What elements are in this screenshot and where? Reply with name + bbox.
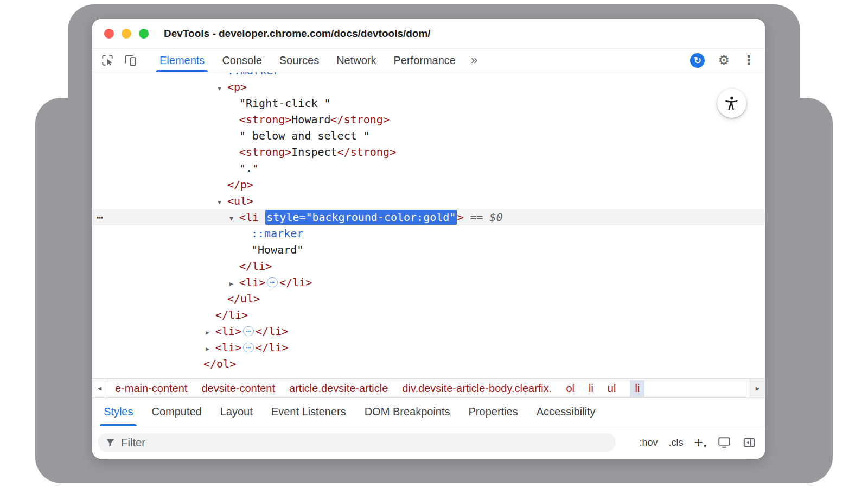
dom-segment-tag: </li> xyxy=(239,260,272,273)
filter-funnel-icon xyxy=(105,437,116,448)
tree-arrow-collapsed-icon[interactable]: ▸ xyxy=(206,340,215,357)
dom-line[interactable]: ::marker xyxy=(92,225,765,242)
tree-arrow-collapsed-icon[interactable]: ▸ xyxy=(206,324,215,340)
close-window-button[interactable] xyxy=(104,29,114,39)
tab-event-listeners[interactable]: Event Listeners xyxy=(262,398,355,426)
dom-segment-tag: <p> xyxy=(227,80,247,93)
breadcrumb: e-main-contentdevsite-contentarticle.dev… xyxy=(107,379,652,397)
new-style-rule-button[interactable]: + ▾ xyxy=(694,436,706,449)
minimize-window-button[interactable] xyxy=(122,29,131,39)
dom-line[interactable]: " below and select " xyxy=(92,128,765,144)
dom-segment-tag: </li> xyxy=(256,325,288,338)
dom-line[interactable]: </li> xyxy=(92,258,765,274)
toggle-device-toolbar-icon[interactable] xyxy=(123,53,138,68)
tab-dom-breakpoints[interactable]: DOM Breakpoints xyxy=(355,398,459,426)
inspect-element-icon[interactable] xyxy=(100,53,115,68)
rendering-emulation-icon[interactable] xyxy=(717,435,731,450)
breadcrumb-item[interactable]: e-main-content xyxy=(115,382,187,395)
dom-segment-tag: </strong> xyxy=(337,146,396,159)
dom-segment-text: " below and select " xyxy=(239,129,370,142)
dom-segment-tag: </li> xyxy=(279,276,312,289)
tree-arrow-expanded-icon[interactable]: ▾ xyxy=(229,210,239,226)
dom-line[interactable]: <strong>Howard</strong> xyxy=(92,111,765,128)
dom-segment-text: "Right-click " xyxy=(239,97,331,110)
customize-menu-icon[interactable]: ⋮ xyxy=(743,53,755,67)
dom-line[interactable]: "Right-click " xyxy=(92,95,765,111)
breadcrumb-bar: ◂ e-main-contentdevsite-contentarticle.d… xyxy=(92,378,765,398)
breadcrumb-item[interactable]: devsite-content xyxy=(201,382,275,395)
dom-segment-dollar: $0 xyxy=(490,211,503,224)
dom-segment-tag: </ol> xyxy=(203,357,236,370)
tree-arrow-collapsed-icon[interactable]: ▸ xyxy=(229,275,239,292)
devtools-window: DevTools - developer.chrome.com/docs/dev… xyxy=(92,19,765,459)
breadcrumb-scroll-right-icon[interactable]: ▸ xyxy=(750,379,765,397)
expand-children-icon[interactable]: ⋯ xyxy=(243,326,254,336)
tab-layout[interactable]: Layout xyxy=(211,398,262,426)
dom-segment-pseudo: ::marker xyxy=(251,227,303,240)
accessibility-floating-button[interactable] xyxy=(717,89,746,118)
dom-segment-text: Inspect xyxy=(291,146,337,159)
dom-line[interactable]: </p> xyxy=(92,176,765,193)
toggle-sidebar-icon[interactable] xyxy=(742,435,756,450)
dom-segment-tag: > xyxy=(457,211,463,224)
tab-console[interactable]: Console xyxy=(213,49,270,72)
dom-line[interactable]: ▾<ul> xyxy=(92,193,765,209)
dom-segment-tag: <li xyxy=(239,211,265,224)
styles-filter-box[interactable] xyxy=(98,433,616,452)
tab-styles[interactable]: Styles xyxy=(94,398,142,426)
tab-sources[interactable]: Sources xyxy=(271,49,328,72)
window-title: DevTools - developer.chrome.com/docs/dev… xyxy=(164,28,431,40)
toggle-hover-state-button[interactable]: :hov xyxy=(640,437,658,448)
dom-line-selected[interactable]: ⋯▾<li style="background-color:gold"> == … xyxy=(92,209,765,225)
tab-computed[interactable]: Computed xyxy=(142,398,210,426)
styles-filter-input[interactable] xyxy=(121,437,608,449)
tree-arrow-expanded-icon[interactable]: ▾ xyxy=(218,80,227,96)
breadcrumb-item[interactable]: div.devsite-article-body.clearfix. xyxy=(402,382,552,395)
dom-line[interactable]: <strong>Inspect</strong> xyxy=(92,144,765,160)
breadcrumb-item-selected[interactable]: li xyxy=(630,380,644,397)
breadcrumb-scroll-left-icon[interactable]: ◂ xyxy=(92,379,107,397)
dom-line[interactable]: </ol> xyxy=(92,356,765,372)
dom-line[interactable]: ▸<li>⋯</li> xyxy=(92,323,765,339)
plus-icon: + xyxy=(694,436,703,449)
sidebar-panel-tabs: StylesComputedLayoutEvent ListenersDOM B… xyxy=(92,398,765,426)
toggle-element-classes-button[interactable]: .cls xyxy=(669,437,684,448)
plus-caret-icon: ▾ xyxy=(704,443,706,449)
dom-line[interactable]: ▾<p> xyxy=(92,79,765,95)
dom-segment-text: Howard xyxy=(291,113,330,126)
reload-devtools-icon[interactable]: ↻ xyxy=(690,53,705,68)
settings-gear-icon[interactable]: ⚙ xyxy=(718,53,730,68)
tab-network[interactable]: Network xyxy=(328,49,385,72)
dom-segment-text: "." xyxy=(239,162,259,175)
dom-line[interactable]: "." xyxy=(92,160,765,176)
dom-line[interactable]: </li> xyxy=(92,307,765,323)
dom-line[interactable]: ▸<li>⋯</li> xyxy=(92,274,765,290)
dom-line[interactable]: ▸<li>⋯</li> xyxy=(92,339,765,356)
dom-segment-op: == xyxy=(463,211,489,224)
more-panels-icon[interactable]: » xyxy=(471,53,477,67)
breadcrumb-item[interactable]: li xyxy=(589,382,593,395)
dom-segment-attrsel[interactable]: style="background-color:gold" xyxy=(265,210,457,225)
dom-line[interactable]: "Howard" xyxy=(92,242,765,258)
traffic-lights xyxy=(104,29,149,39)
zoom-window-button[interactable] xyxy=(139,29,149,39)
expand-children-icon[interactable]: ⋯ xyxy=(243,343,254,352)
tree-arrow-expanded-icon[interactable]: ▾ xyxy=(218,194,227,210)
row-actions-icon[interactable]: ⋯ xyxy=(97,209,103,225)
expand-children-icon[interactable]: ⋯ xyxy=(267,277,278,287)
breadcrumb-item[interactable]: ul xyxy=(608,382,616,395)
tab-properties[interactable]: Properties xyxy=(459,398,527,426)
devtools-toolbar: ElementsConsoleSourcesNetworkPerformance… xyxy=(92,49,765,72)
dom-segment-tag: <li> xyxy=(239,276,265,289)
tab-performance[interactable]: Performance xyxy=(385,49,465,72)
dom-segment-tag: <ul> xyxy=(227,194,253,207)
tab-elements[interactable]: Elements xyxy=(151,49,213,72)
dom-segment-tag: <li> xyxy=(215,325,241,338)
tab-accessibility[interactable]: Accessibility xyxy=(527,398,605,426)
dom-line[interactable]: ::marker xyxy=(92,72,765,79)
dom-segment-tag: </p> xyxy=(227,178,253,191)
dom-tree: ::marker▾<p>"Right-click "<strong>Howard… xyxy=(92,72,765,378)
breadcrumb-item[interactable]: ol xyxy=(566,382,575,395)
breadcrumb-item[interactable]: article.devsite-article xyxy=(289,382,388,395)
dom-line[interactable]: </ul> xyxy=(92,290,765,307)
